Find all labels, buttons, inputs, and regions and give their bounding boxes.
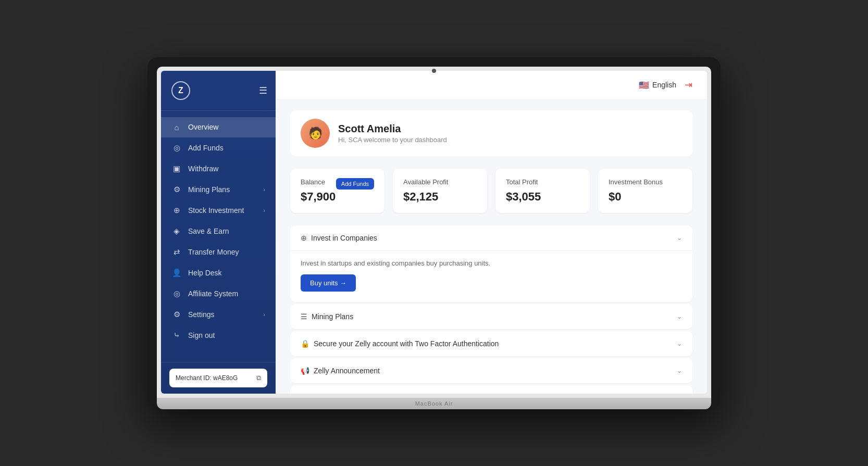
merchant-id-text: Merchant ID: wAE8oG	[176, 374, 238, 382]
content-area: 🧑 Scott Amelia Hi, SCA welcome to your d…	[276, 100, 707, 394]
sidebar-item-affiliate-system[interactable]: ◎ Affiliate System	[161, 283, 276, 304]
logout-icon[interactable]: ⇥	[685, 79, 692, 91]
sidebar-item-stock-investment[interactable]: ⊕ Stock Investment ›	[161, 200, 276, 221]
buy-units-button[interactable]: Buy units →	[301, 274, 356, 292]
nav-label-help-desk: Help Desk	[188, 269, 222, 277]
main-content: 🇺🇸 English ⇥ 🧑 Scott Amelia Hi, SCA welc…	[276, 71, 707, 394]
nav-icon-help-desk: 👤	[171, 268, 182, 278]
accordion-section-affiliate-system: ◎ Affiliate System ⌄	[290, 385, 692, 394]
accordion-title-mining-plans: Mining Plans	[312, 312, 353, 321]
copy-icon[interactable]: ⧉	[256, 374, 261, 382]
sidebar-item-mining-plans[interactable]: ⚙ Mining Plans ›	[161, 179, 276, 200]
accordion-title-invest-companies: Invest in Companies	[311, 234, 377, 242]
accordion-header-left-invest-companies: ⊕ Invest in Companies	[301, 234, 377, 242]
stat-card-investment-bonus: Investment Bonus $0	[598, 169, 692, 213]
stat-card-header: Balance Add Funds	[301, 178, 374, 190]
accordion-header-zelly-announcement[interactable]: 📢 Zelly Announcement ⌄	[290, 358, 692, 383]
sidebar-item-withdraw[interactable]: ▣ Withdraw	[161, 158, 276, 179]
user-greeting: 🧑 Scott Amelia Hi, SCA welcome to your d…	[290, 110, 692, 156]
nav-icon-add-funds: ◎	[171, 143, 182, 153]
nav-label-add-funds: Add Funds	[188, 144, 224, 152]
laptop-model-label: MacBook Air	[415, 400, 453, 407]
nav-icon-stock-investment: ⊕	[171, 206, 182, 215]
stat-value-investment-bonus: $0	[609, 190, 682, 204]
nav-label-save-earn: Save & Earn	[188, 227, 229, 235]
accordion-icon-zelly-announcement: 📢	[301, 367, 309, 375]
add-funds-button[interactable]: Add Funds	[336, 178, 374, 190]
sidebar-item-add-funds[interactable]: ◎ Add Funds	[161, 137, 276, 158]
accordion-title-secure-account: Secure your Zelly account with Two Facto…	[314, 339, 499, 348]
flag-icon: 🇺🇸	[639, 80, 649, 90]
nav-label-transfer-money: Transfer Money	[188, 248, 239, 256]
sidebar-item-transfer-money[interactable]: ⇄ Transfer Money	[161, 242, 276, 262]
accordion-header-secure-account[interactable]: 🔒 Secure your Zelly account with Two Fac…	[290, 331, 692, 356]
stats-row: Balance Add Funds $7,900 Available Profi…	[290, 169, 692, 213]
sidebar-item-overview[interactable]: ⌂ Overview	[161, 117, 276, 137]
stat-value-balance: $7,900	[301, 190, 374, 204]
header: 🇺🇸 English ⇥	[276, 71, 707, 100]
accordion-section-zelly-announcement: 📢 Zelly Announcement ⌄	[290, 358, 692, 383]
nav-icon-settings: ⚙	[171, 310, 182, 319]
language-label: English	[652, 81, 676, 89]
sidebar-item-save-earn[interactable]: ◈ Save & Earn	[161, 221, 276, 242]
nav-label-sign-out: Sign out	[188, 331, 215, 339]
stat-value-available-profit: $2,125	[403, 190, 477, 204]
accordion-header-left-zelly-announcement: 📢 Zelly Announcement	[301, 367, 380, 375]
user-subtitle: Hi, SCA welcome to your dashboard	[338, 136, 447, 144]
nav-icon-mining-plans: ⚙	[171, 185, 182, 194]
nav-icon-transfer-money: ⇄	[171, 247, 182, 257]
sidebar-nav: ⌂ Overview ◎ Add Funds ▣ Withdraw ⚙ Mini…	[161, 111, 276, 362]
sidebar-item-settings[interactable]: ⚙ Settings ›	[161, 304, 276, 325]
nav-icon-withdraw: ▣	[171, 164, 182, 173]
nav-label-withdraw: Withdraw	[188, 165, 218, 173]
stat-label-total-profit: Total Profit	[506, 178, 579, 186]
accordion-header-left-secure-account: 🔒 Secure your Zelly account with Two Fac…	[301, 339, 499, 348]
language-selector[interactable]: 🇺🇸 English	[639, 80, 676, 90]
nav-arrow-settings: ›	[263, 311, 265, 318]
stat-label-investment-bonus: Investment Bonus	[609, 178, 682, 186]
nav-icon-affiliate-system: ◎	[171, 289, 182, 298]
accordion-header-affiliate-system[interactable]: ◎ Affiliate System ⌄	[290, 385, 692, 394]
avatar: 🧑	[301, 119, 330, 148]
accordion-body-text-invest-companies: Invest in startups and existing companie…	[301, 253, 682, 267]
nav-label-stock-investment: Stock Investment	[188, 206, 244, 215]
stat-card-total-profit: Total Profit $3,055	[495, 169, 590, 213]
accordion-list: ⊕ Invest in Companies ⌄ Invest in startu…	[290, 225, 692, 394]
stat-label-available-profit: Available Profit	[403, 178, 477, 186]
nav-label-affiliate-system: Affiliate System	[188, 289, 238, 298]
accordion-chevron-mining-plans: ⌄	[677, 313, 682, 320]
laptop-screen: Z ☰ ⌂ Overview ◎ Add Funds ▣ Withdraw ⚙ …	[157, 67, 711, 398]
hamburger-icon[interactable]: ☰	[259, 85, 267, 96]
logo-icon[interactable]: Z	[171, 81, 190, 100]
nav-icon-sign-out: ⤷	[171, 331, 182, 340]
accordion-header-left-mining-plans: ☰ Mining Plans	[301, 312, 353, 321]
accordion-section-mining-plans: ☰ Mining Plans ⌄	[290, 304, 692, 329]
stat-card-balance: Balance Add Funds $7,900	[290, 169, 385, 213]
user-name: Scott Amelia	[338, 123, 447, 135]
accordion-header-mining-plans[interactable]: ☰ Mining Plans ⌄	[290, 304, 692, 329]
merchant-id-box: Merchant ID: wAE8oG ⧉	[169, 369, 267, 387]
accordion-icon-secure-account: 🔒	[301, 339, 309, 348]
nav-icon-save-earn: ◈	[171, 226, 182, 236]
accordion-section-secure-account: 🔒 Secure your Zelly account with Two Fac…	[290, 331, 692, 356]
sidebar-item-help-desk[interactable]: 👤 Help Desk	[161, 262, 276, 283]
accordion-chevron-secure-account: ⌄	[677, 340, 682, 347]
camera-dot	[432, 69, 436, 73]
accordion-icon-mining-plans: ☰	[301, 312, 307, 321]
stat-card-available-profit: Available Profit $2,125	[393, 169, 487, 213]
sidebar-logo-area: Z ☰	[161, 71, 276, 111]
stat-label-balance: Balance	[301, 178, 325, 186]
stat-value-total-profit: $3,055	[506, 190, 579, 204]
accordion-icon-invest-companies: ⊕	[301, 234, 307, 242]
sidebar-item-sign-out[interactable]: ⤷ Sign out	[161, 325, 276, 346]
nav-arrow-mining-plans: ›	[263, 186, 265, 193]
user-info: Scott Amelia Hi, SCA welcome to your das…	[338, 123, 447, 144]
nav-label-settings: Settings	[188, 310, 215, 319]
accordion-header-invest-companies[interactable]: ⊕ Invest in Companies ⌄	[290, 225, 692, 250]
nav-icon-overview: ⌂	[171, 123, 182, 132]
accordion-chevron-zelly-announcement: ⌄	[677, 367, 682, 374]
laptop-base: MacBook Air	[157, 398, 711, 409]
nav-label-overview: Overview	[188, 123, 218, 131]
sidebar: Z ☰ ⌂ Overview ◎ Add Funds ▣ Withdraw ⚙ …	[161, 71, 276, 394]
laptop-frame: Z ☰ ⌂ Overview ◎ Add Funds ▣ Withdraw ⚙ …	[147, 57, 721, 409]
